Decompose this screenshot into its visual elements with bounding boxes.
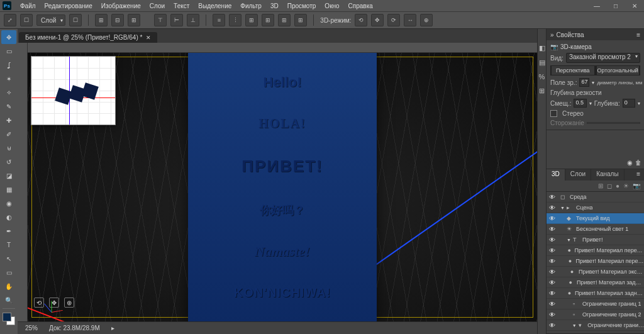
visibility-icon[interactable]: 👁 [549, 301, 557, 308]
expand-icon[interactable]: ▼ [572, 323, 577, 328]
tree-row[interactable]: 👁●Привет! Материал экструзии [547, 267, 644, 277]
tool-hand[interactable]: ✋ [1, 279, 16, 293]
opt-autoselect[interactable]: ☐ [20, 14, 33, 26]
trash-icon[interactable]: 🗑 [635, 159, 641, 166]
zoom-value[interactable]: 25% [25, 325, 38, 331]
visibility-icon[interactable]: 👁 [549, 237, 557, 243]
visibility-icon[interactable]: 👁 [549, 215, 557, 222]
tab-layers[interactable]: Слои [565, 169, 591, 181]
depth-field[interactable]: 0 [623, 99, 635, 108]
align-right-icon[interactable]: ⊞ [128, 14, 140, 26]
visibility-icon[interactable]: 👁 [549, 311, 557, 318]
tree-row[interactable]: 👁◻Среда [547, 192, 644, 203]
tool-blur[interactable]: ◉ [1, 196, 16, 210]
menu-image[interactable]: Изображение [97, 1, 145, 11]
dist-4-icon[interactable]: ⊞ [262, 14, 274, 26]
tool-brush[interactable]: ✐ [1, 127, 16, 141]
menu-file[interactable]: Файл [16, 1, 40, 11]
window-close[interactable]: ✕ [625, 0, 644, 11]
tool-eyedrop[interactable]: ✎ [1, 99, 16, 113]
visibility-icon[interactable]: 👁 [549, 290, 555, 297]
filter-camera-icon[interactable]: 📷 [633, 182, 640, 189]
collapse-icon[interactable]: » [550, 31, 554, 38]
proxy-orbit-icon[interactable]: ⟲ [34, 298, 44, 308]
tree-row[interactable]: 👁▼▾Ограничение границ 3 [547, 320, 644, 331]
tool-crop[interactable]: ⟡ [1, 86, 16, 99]
mode-pan-icon[interactable]: ✥ [371, 14, 384, 26]
layer-select[interactable]: Слой [36, 14, 65, 26]
filter-mesh-icon[interactable]: ◻ [607, 182, 612, 189]
mode-slide-icon[interactable]: ↔ [404, 14, 416, 26]
panel-menu-icon[interactable]: ≡ [636, 31, 640, 38]
tool-stamp[interactable]: ⊌ [1, 141, 16, 155]
align-middle-icon[interactable]: ⊢ [170, 14, 183, 26]
tool-history[interactable]: ↺ [1, 155, 16, 169]
secondary-view[interactable] [31, 56, 116, 125]
tool-eraser[interactable]: ◪ [1, 169, 16, 182]
menu-filter[interactable]: Фильтр [236, 1, 265, 11]
collapsed-icon-2[interactable]: ▤ [539, 58, 545, 67]
menu-help[interactable]: Справка [345, 1, 377, 11]
menu-3d[interactable]: 3D [267, 1, 282, 11]
mode-zoom-icon[interactable]: ⊕ [420, 14, 433, 26]
tool-zoom[interactable]: 🔍 [1, 293, 16, 307]
tree-row[interactable]: 👁▫Внутреннее ограничение 4 [547, 331, 644, 333]
visibility-icon[interactable]: 👁 [549, 279, 555, 286]
tree-row[interactable]: 👁▼▸Сцена [547, 203, 644, 213]
tree-row[interactable]: 👁☀Бесконечный свет 1 [547, 224, 644, 235]
stereo-checkbox[interactable] [550, 110, 557, 117]
tree-row[interactable]: 👁◆Текущий вид [547, 213, 644, 224]
tool-gradient[interactable]: ▦ [1, 182, 16, 196]
tab-channels[interactable]: Каналы [591, 169, 625, 181]
close-icon[interactable]: ✕ [146, 35, 151, 41]
chevron-right-icon[interactable]: ▸ [111, 325, 114, 331]
menu-view[interactable]: Просмотр [284, 1, 320, 11]
tool-marquee[interactable]: ▭ [1, 44, 16, 58]
tool-move[interactable]: ✥ [1, 30, 16, 44]
blend-field[interactable]: 0.5 [574, 99, 586, 108]
opt-showtransform[interactable]: ☐ [69, 14, 82, 26]
tool-dodge[interactable]: ◐ [1, 210, 16, 224]
render-icon[interactable]: ◉ [627, 159, 633, 166]
panel-menu-icon[interactable]: ≡ [633, 169, 644, 181]
window-minimize[interactable]: — [587, 0, 606, 11]
dist-5-icon[interactable]: ⊞ [278, 14, 291, 26]
collapsed-icon-1[interactable]: ◧ [539, 44, 545, 52]
tool-lasso[interactable]: ʆ [1, 58, 16, 72]
tab-3d[interactable]: 3D [547, 169, 565, 181]
align-left-icon[interactable]: ⊞ [95, 14, 108, 26]
color-swatches[interactable] [3, 313, 15, 325]
tool-wand[interactable]: ✶ [1, 72, 16, 86]
visibility-icon[interactable]: 👁 [549, 226, 557, 233]
ruler-horizontal[interactable] [28, 43, 537, 53]
perspective-toggle[interactable]: Перспектива [550, 65, 596, 75]
visibility-icon[interactable]: 👁 [549, 322, 557, 329]
fov-field[interactable]: 67 [579, 78, 589, 87]
align-top-icon[interactable]: ⊤ [154, 14, 167, 26]
collapsed-icon-3[interactable]: % [539, 73, 545, 81]
filter-all-icon[interactable]: ⊞ [598, 182, 603, 189]
menu-edit[interactable]: Редактирование [41, 1, 96, 11]
fg-color[interactable] [3, 313, 11, 321]
tool-preset[interactable]: ⤢ [4, 14, 16, 26]
visibility-icon[interactable]: 👁 [549, 194, 557, 201]
axis-gizmo[interactable] [47, 292, 72, 318]
tool-text[interactable]: T [1, 238, 16, 252]
dist-3-icon[interactable]: ⊞ [245, 14, 258, 26]
menu-select[interactable]: Выделение [194, 1, 235, 11]
menu-window[interactable]: Окно [321, 1, 343, 11]
tool-path[interactable]: ↖ [1, 252, 16, 265]
tool-heal[interactable]: ✚ [1, 113, 16, 127]
dist-6-icon[interactable]: ⊞ [294, 14, 307, 26]
tree-row[interactable]: 👁▫Ограничение границ 2 [547, 309, 644, 320]
view-dropdown[interactable]: Заказной просмотр 2 [566, 53, 640, 63]
collapsed-icon-4[interactable]: ⊞ [539, 87, 545, 95]
scene-tree[interactable]: 👁◻Среда👁▼▸Сцена👁◆Текущий вид👁☀Бесконечны… [547, 192, 644, 333]
window-maximize[interactable]: □ [606, 0, 625, 11]
tool-shape[interactable]: ▭ [1, 265, 16, 279]
canvas[interactable]: Hello! HOLA! ПРИВЕТ! 你好吗？ Namaste! KON'N… [28, 53, 537, 321]
tool-pen[interactable]: ✒ [1, 224, 16, 238]
ortho-toggle[interactable]: Ортогональный [596, 65, 641, 75]
tree-row[interactable]: 👁▫Ограничение границ 1 [547, 299, 644, 309]
tree-row[interactable]: 👁●Привет! Материал задней выпуклости [547, 288, 644, 299]
